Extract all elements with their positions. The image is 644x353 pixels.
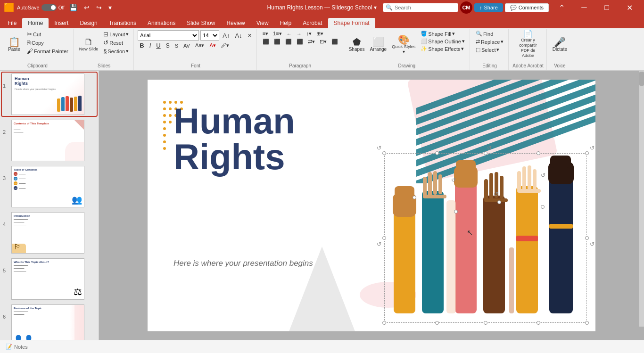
- rotate-handle-tc[interactable]: ↺: [486, 145, 493, 151]
- minimize-button[interactable]: ─: [573, 0, 595, 15]
- shape-fill-button[interactable]: 🪣 Shape Fill ▾: [419, 30, 467, 37]
- italic-button[interactable]: I: [148, 41, 153, 49]
- inner-sh-4[interactable]: [541, 205, 545, 209]
- font-color-button[interactable]: A▾: [207, 42, 217, 49]
- numbering-button[interactable]: 1≡▾: [271, 30, 284, 37]
- inner-sh-2[interactable]: [454, 210, 458, 213]
- tab-insert[interactable]: Insert: [49, 18, 74, 28]
- inner-sh-3[interactable]: [497, 200, 501, 204]
- comments-button[interactable]: 💬 Comments: [505, 3, 549, 12]
- quick-styles-button[interactable]: 🎨 Quick Styles ▾: [390, 30, 417, 58]
- tab-acrobat[interactable]: Acrobat: [297, 18, 328, 28]
- shape-outline-button[interactable]: ⬜ Shape Outline ▾: [419, 38, 467, 45]
- font-size-selector[interactable]: 14: [200, 30, 219, 41]
- shape-effects-button[interactable]: ✨ Shape Effects ▾: [419, 45, 467, 52]
- align-left-button[interactable]: ⬛: [261, 38, 271, 45]
- close-button[interactable]: ✕: [619, 0, 640, 15]
- save-button[interactable]: 💾: [67, 3, 79, 12]
- redo-button[interactable]: ↪: [94, 3, 104, 12]
- crear-pdf-button[interactable]: 📄 Crear y compartir PDF de Adobe: [514, 30, 542, 58]
- handle-b2[interactable]: [537, 321, 540, 325]
- highlight-color-button[interactable]: 🖊▾: [219, 42, 231, 49]
- maximize-button[interactable]: □: [596, 0, 618, 15]
- handle-bm[interactable]: [484, 321, 487, 325]
- share-button[interactable]: ↑ Share: [474, 3, 503, 12]
- search-input[interactable]: [395, 5, 455, 10]
- bullets-button[interactable]: ≡▾: [261, 30, 270, 37]
- vertical-scrollbar[interactable]: [639, 71, 644, 327]
- tab-view[interactable]: View: [251, 18, 274, 28]
- search-box[interactable]: 🔍: [383, 3, 458, 12]
- increase-font-button[interactable]: A↑: [221, 32, 231, 40]
- text-direction-button[interactable]: ⇄▾: [306, 38, 317, 45]
- handle-br[interactable]: [585, 321, 589, 325]
- rotate-handle-ml[interactable]: ↺: [376, 241, 382, 247]
- section-button[interactable]: § Section ▾: [101, 47, 131, 55]
- autosave-switch[interactable]: [41, 4, 57, 11]
- convert-smartart-button[interactable]: ⬛: [330, 38, 340, 45]
- hands-illustration-container[interactable]: ↺ ↺ ↺ ↺ ↺: [384, 153, 587, 323]
- smart-art-button[interactable]: ⊡▾: [318, 38, 329, 45]
- notes-bar[interactable]: 📝 Notes: [0, 340, 644, 353]
- slide-thumb-1[interactable]: 1 HumanRights Here is where your present…: [2, 73, 97, 116]
- reset-button[interactable]: ↺ Reset: [101, 39, 131, 47]
- indent-more-button[interactable]: →: [295, 30, 304, 37]
- replace-button[interactable]: ⇄ Replace ▾: [474, 38, 505, 45]
- paste-button[interactable]: 📋 Paste: [5, 30, 24, 58]
- handle-tm[interactable]: [484, 151, 487, 155]
- handle-b1[interactable]: [435, 321, 439, 325]
- handle-t2[interactable]: [537, 151, 540, 155]
- undo-button[interactable]: ↩: [82, 3, 91, 12]
- slide-thumb-6[interactable]: 6 Features of the Topic ━━━━━━━━━━━━━━━━…: [2, 304, 97, 340]
- font-family-selector[interactable]: Arial: [138, 30, 199, 41]
- rotate-handle-tr[interactable]: ↺: [589, 145, 595, 151]
- line-spacing-button[interactable]: ↕▾: [305, 30, 314, 37]
- title-dropdown-icon[interactable]: ▾: [374, 4, 377, 11]
- handle-t1[interactable]: [435, 151, 439, 155]
- justify-button[interactable]: ⬛: [295, 38, 305, 45]
- rotate-handle-tl[interactable]: ↺: [376, 145, 382, 151]
- layout-button[interactable]: ⊟ Layout ▾: [101, 30, 131, 38]
- tab-home[interactable]: Home: [22, 18, 49, 28]
- cut-button[interactable]: ✂ Cut: [25, 30, 70, 38]
- handle-bl[interactable]: [382, 321, 386, 325]
- slide-thumb-4[interactable]: 4 Introduction ━━━━━━━━━━━━━━━━━━━━━━━━━…: [2, 211, 97, 254]
- underline-button[interactable]: U: [154, 41, 162, 49]
- inner-handle-3[interactable]: ↺: [540, 172, 546, 179]
- arrange-button[interactable]: ⬜ Arrange: [368, 30, 389, 58]
- tab-design[interactable]: Design: [74, 18, 103, 28]
- clear-format-button[interactable]: ✕: [246, 32, 254, 39]
- quick-access-button[interactable]: ▾: [107, 3, 114, 12]
- align-center-button[interactable]: ⬛: [272, 38, 282, 45]
- tab-review[interactable]: Review: [221, 18, 250, 28]
- character-spacing-button[interactable]: AV: [182, 42, 192, 49]
- shadow-button[interactable]: S: [173, 42, 180, 49]
- slide-thumb-2[interactable]: 2 Contents of This Template ━━━━━━━━━━━━…: [2, 119, 97, 162]
- tab-shape-format[interactable]: Shape Format: [328, 18, 375, 28]
- shapes-button[interactable]: ⬟ Shapes: [347, 30, 367, 58]
- ribbon-collapse-button[interactable]: ⌃: [551, 0, 572, 15]
- handle-tr[interactable]: [585, 151, 589, 155]
- tab-file[interactable]: File: [2, 18, 22, 28]
- columns-button[interactable]: ⊞▾: [314, 30, 325, 37]
- inner-sh-1[interactable]: [413, 196, 416, 199]
- format-painter-button[interactable]: 🖌 Format Painter: [25, 47, 70, 55]
- select-button[interactable]: ⬚ Select ▾: [474, 46, 502, 53]
- rotate-handle-mr[interactable]: ↺: [589, 241, 595, 247]
- align-right-button[interactable]: ⬛: [283, 38, 294, 45]
- slide-panel[interactable]: 1 HumanRights Here is where your present…: [0, 71, 99, 340]
- slide-thumb-3[interactable]: 3 Table of Contents 01 ━━━━━━━ 02 ━━━━━━…: [2, 165, 97, 208]
- inner-handle-1[interactable]: ↺: [450, 177, 457, 183]
- handle-tl[interactable]: [382, 151, 386, 155]
- tab-animations[interactable]: Animations: [142, 18, 181, 28]
- bold-button[interactable]: B: [138, 41, 146, 49]
- slide-title-block[interactable]: Human Rights: [173, 103, 295, 175]
- find-button[interactable]: 🔍 Find: [474, 30, 495, 37]
- new-slide-button[interactable]: 🗋 New Slide: [77, 30, 100, 58]
- slide-thumb-5[interactable]: 5 What Is This Topic About? ━━━━━━━━━━━━…: [2, 257, 97, 301]
- tab-transitions[interactable]: Transitions: [103, 18, 142, 28]
- handle-ml[interactable]: [382, 236, 386, 240]
- tab-help[interactable]: Help: [274, 18, 297, 28]
- inner-handle-2[interactable]: ↺: [493, 191, 499, 197]
- dictate-button[interactable]: 🎤 Dictate: [551, 30, 569, 58]
